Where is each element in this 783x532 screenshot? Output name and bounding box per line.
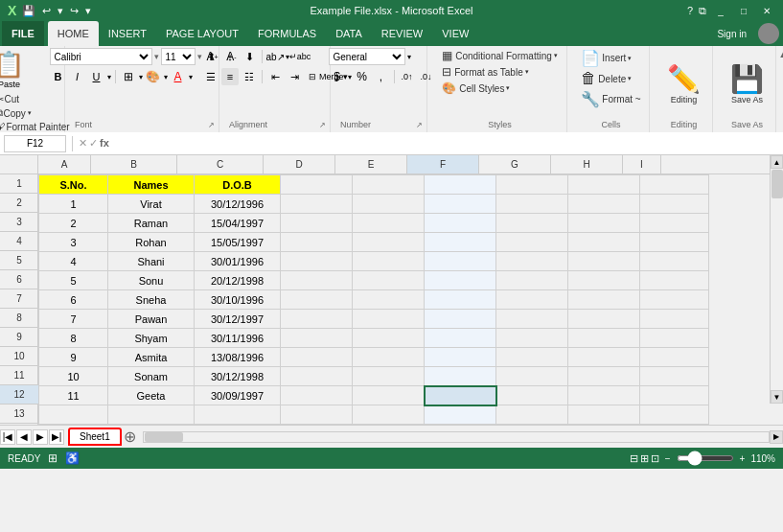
save-as-btn[interactable]: 💾 Save As — [726, 59, 768, 108]
minimize-btn[interactable]: _ — [712, 3, 729, 18]
cell-f10[interactable] — [425, 348, 496, 367]
scroll-down-btn[interactable]: ▼ — [771, 390, 783, 404]
vertical-scrollbar[interactable]: ▲ ▼ — [770, 155, 783, 404]
cell-d12[interactable] — [281, 386, 353, 405]
cell-a4[interactable]: 3 — [39, 233, 108, 252]
cell-a5[interactable]: 4 — [39, 252, 108, 271]
cell-i5[interactable] — [640, 252, 709, 271]
col-header-f[interactable]: F — [407, 155, 479, 173]
format-painter-btn[interactable]: 🖌 Format Painter — [0, 121, 73, 132]
status-accessibility-btn[interactable]: ♿ — [65, 451, 80, 465]
cell-d13[interactable] — [281, 405, 353, 425]
cell-b1[interactable]: Names — [108, 175, 195, 195]
cell-g1[interactable] — [496, 175, 568, 195]
indent-decrease-btn[interactable]: ⇤ — [266, 68, 284, 85]
cell-g7[interactable] — [496, 290, 568, 310]
center-align-btn[interactable]: ≡ — [221, 68, 239, 85]
col-header-c[interactable]: C — [177, 155, 264, 173]
cell-h4[interactable] — [568, 233, 640, 252]
cell-b9[interactable]: Shyam — [108, 329, 195, 348]
sign-in-btn[interactable]: Sign in — [709, 21, 754, 46]
cell-b4[interactable]: Rohan — [108, 233, 195, 252]
bold-btn[interactable]: B — [50, 68, 67, 85]
borders-dropdown[interactable]: ▾ — [139, 73, 143, 81]
scroll-right-btn[interactable]: ▶ — [770, 430, 783, 444]
cell-f1[interactable] — [425, 175, 496, 195]
font-name-select[interactable]: Calibri Arial Times New Roman — [50, 48, 152, 65]
cell-h1[interactable] — [568, 175, 640, 195]
page-break-view-btn[interactable]: ⊡ — [651, 452, 659, 465]
restore-btn[interactable]: ⧉ — [699, 5, 706, 17]
cell-c12[interactable]: 30/09/1997 — [195, 386, 281, 405]
scroll-track-h[interactable] — [143, 431, 770, 443]
sheet-nav-next[interactable]: ▶ — [33, 429, 48, 445]
cell-h12[interactable] — [568, 386, 640, 405]
cell-c9[interactable]: 30/11/1996 — [195, 329, 281, 348]
cell-e1[interactable] — [353, 175, 425, 195]
cell-h13[interactable] — [568, 405, 640, 425]
zoom-in-btn[interactable]: + — [740, 453, 746, 464]
cell-f8[interactable] — [425, 310, 496, 329]
conditional-formatting-btn[interactable]: ▦ Conditional Formatting ▾ — [439, 48, 561, 63]
cell-e4[interactable] — [353, 233, 425, 252]
cell-a10[interactable]: 9 — [39, 348, 108, 367]
cell-i1[interactable] — [640, 175, 709, 195]
indent-increase-btn[interactable]: ⇥ — [286, 68, 303, 85]
cell-e12[interactable] — [353, 386, 425, 405]
increase-decimal-btn[interactable]: .0↑ — [399, 68, 416, 85]
format-cells-btn[interactable]: 🔧 Format ~ — [578, 89, 643, 109]
number-format-select[interactable]: General Number Currency Date Text — [329, 48, 405, 65]
cell-d9[interactable] — [281, 329, 353, 348]
add-sheet-btn[interactable]: ⊕ — [122, 428, 139, 446]
comma-btn[interactable]: , — [373, 68, 390, 85]
delete-dropdown[interactable]: ▾ — [628, 75, 632, 82]
cell-b12[interactable]: Geeta — [108, 386, 195, 405]
cell-a11[interactable]: 10 — [39, 367, 108, 386]
col-header-b[interactable]: B — [91, 155, 177, 173]
cell-c6[interactable]: 20/12/1998 — [195, 271, 281, 290]
row-header-1[interactable]: 1 — [0, 174, 38, 194]
cell-g3[interactable] — [496, 214, 568, 233]
cell-a3[interactable]: 2 — [39, 214, 108, 233]
cell-h8[interactable] — [568, 310, 640, 329]
close-btn[interactable]: ✕ — [758, 3, 775, 18]
delete-cells-btn[interactable]: 🗑 Delete ▾ — [578, 69, 634, 88]
cell-f11[interactable] — [425, 367, 496, 386]
cell-g6[interactable] — [496, 271, 568, 290]
row-header-13[interactable]: 13 — [0, 405, 38, 424]
cell-f12[interactable] — [425, 386, 496, 405]
cell-c10[interactable]: 13/08/1996 — [195, 348, 281, 367]
cell-d11[interactable] — [281, 367, 353, 386]
cell-i7[interactable] — [640, 290, 709, 310]
cell-i13[interactable] — [640, 405, 709, 425]
qa-dropdown-btn[interactable]: ▾ — [83, 4, 93, 18]
number-format-dropdown[interactable]: ▾ — [407, 53, 411, 61]
cell-d3[interactable] — [281, 214, 353, 233]
formula-input[interactable] — [113, 135, 779, 152]
cell-b5[interactable]: Shani — [108, 252, 195, 271]
orientation-btn[interactable]: ab↗ — [266, 48, 284, 65]
col-header-h[interactable]: H — [551, 155, 623, 173]
cell-i12[interactable] — [640, 386, 709, 405]
row-header-12[interactable]: 12 — [0, 385, 38, 405]
cell-i6[interactable] — [640, 271, 709, 290]
cell-e2[interactable] — [353, 195, 425, 214]
cell-a13[interactable] — [39, 405, 108, 425]
cell-f7[interactable] — [425, 290, 496, 310]
alignment-expand-icon[interactable]: ↗ — [319, 121, 326, 129]
cell-i4[interactable] — [640, 233, 709, 252]
cell-d4[interactable] — [281, 233, 353, 252]
cell-c11[interactable]: 30/12/1998 — [195, 367, 281, 386]
cell-a6[interactable]: 5 — [39, 271, 108, 290]
cell-e9[interactable] — [353, 329, 425, 348]
row-header-5[interactable]: 5 — [0, 251, 38, 270]
underline-dropdown[interactable]: ▾ — [107, 73, 111, 81]
cell-a8[interactable]: 7 — [39, 310, 108, 329]
paste-btn[interactable]: 📋 Paste — [0, 48, 26, 91]
cell-g5[interactable] — [496, 252, 568, 271]
sheet-nav-prev[interactable]: ◀ — [16, 429, 32, 445]
currency-dropdown[interactable]: ▾ — [348, 73, 352, 81]
normal-view-btn[interactable]: ⊟ — [630, 452, 638, 465]
cell-h5[interactable] — [568, 252, 640, 271]
ribbon-expand-btn[interactable]: ▲ — [778, 48, 783, 59]
